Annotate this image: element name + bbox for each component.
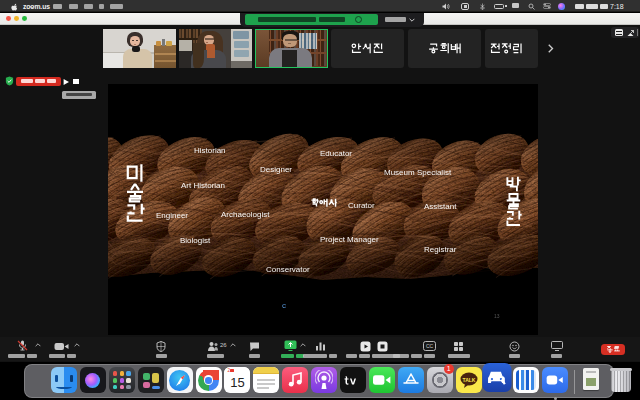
svg-text:TALK: TALK [462, 377, 475, 383]
svg-text:CC: CC [426, 343, 434, 349]
